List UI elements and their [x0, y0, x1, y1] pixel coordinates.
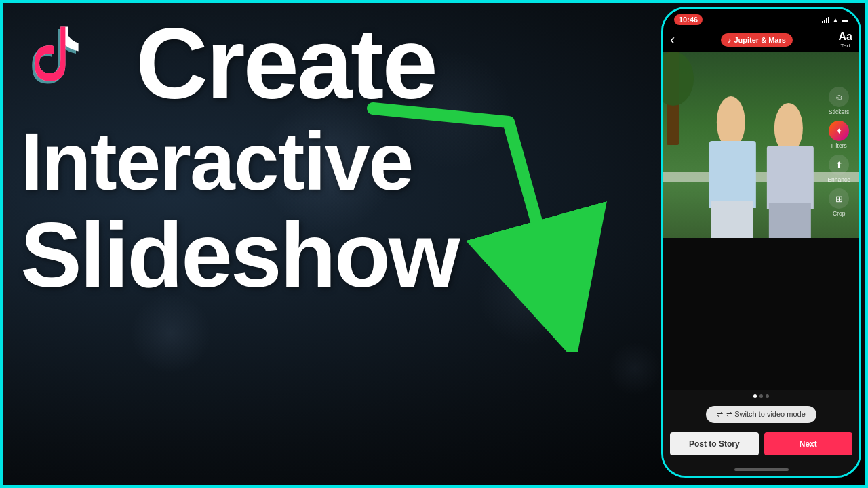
nav-bar: ‹ ♪ Jupiter & Mars Aa Text: [663, 28, 859, 52]
music-label: Jupiter & Mars: [734, 36, 785, 44]
stickers-tool[interactable]: ☺ Stickers: [827, 87, 850, 115]
home-indicator: [663, 464, 859, 476]
nav-dots: [663, 390, 859, 402]
back-button[interactable]: ‹: [670, 31, 675, 49]
status-icons: ▲ ▬: [822, 16, 848, 24]
enhance-icon: ⬆: [829, 155, 849, 175]
battery-icon: ▬: [842, 16, 848, 24]
filters-label: Filters: [831, 142, 847, 149]
kid2: [764, 96, 816, 238]
crop-label: Crop: [833, 210, 845, 217]
text-icon: Aa: [839, 30, 852, 43]
kids-figure: [692, 89, 829, 238]
status-bar: 10:46 ▲ ▬: [663, 9, 859, 28]
switch-icon: ⇌: [717, 410, 723, 419]
stickers-icon: ☺: [829, 87, 849, 107]
kid1: [707, 89, 759, 238]
text-tool[interactable]: Aa Text: [839, 30, 852, 49]
crop-icon: ⊞: [829, 188, 849, 209]
enhance-label: Enhance: [827, 176, 850, 183]
wifi-icon: ▲: [832, 16, 839, 24]
nav-dot-2[interactable]: [760, 394, 763, 398]
tiktok-logo: [27, 17, 115, 105]
post-to-story-button[interactable]: Post to Story: [670, 432, 759, 455]
music-button[interactable]: ♪ Jupiter & Mars: [721, 33, 793, 47]
home-bar: [734, 468, 789, 471]
text-label: Text: [840, 43, 850, 49]
bottom-buttons: Post to Story Next: [663, 427, 859, 464]
green-arrow: [332, 68, 617, 352]
music-icon: ♪: [728, 36, 732, 44]
stickers-label: Stickers: [829, 108, 849, 115]
status-time: 10:46: [674, 14, 703, 25]
filters-tool[interactable]: ✦ Filters: [827, 121, 850, 149]
side-tools: ☺ Stickers ✦ Filters ⬆ Enhance ⊞ Crop: [827, 87, 850, 217]
nav-dot-3[interactable]: [766, 394, 769, 398]
switch-label: ⇌ Switch to video mode: [726, 410, 806, 419]
signal-icon: [822, 16, 829, 23]
switch-to-video-button[interactable]: ⇌ ⇌ Switch to video mode: [706, 406, 816, 423]
next-button[interactable]: Next: [764, 432, 853, 455]
crop-tool[interactable]: ⊞ Crop: [827, 188, 850, 217]
nav-dot-1[interactable]: [753, 394, 757, 398]
phone-mockup: 10:46 ▲ ▬ ‹ ♪ Jupiter & Mars Aa Text ☺ S…: [661, 7, 861, 478]
switch-btn-container: ⇌ ⇌ Switch to video mode: [663, 402, 859, 427]
second-frame: [663, 238, 859, 390]
filters-icon: ✦: [829, 121, 849, 141]
enhance-tool[interactable]: ⬆ Enhance: [827, 155, 850, 183]
